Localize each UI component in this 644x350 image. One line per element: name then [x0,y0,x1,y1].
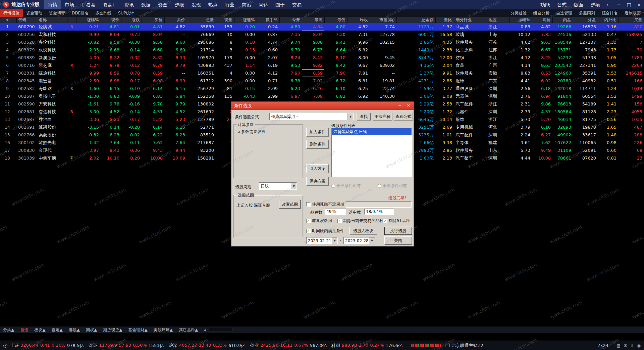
condition-list-item[interactable]: 强势黑马爆点 日线 [332,128,412,135]
date-from-combobox[interactable]: 2023-02-21 ▼ [306,237,338,244]
toolbar-right-item-4[interactable]: 综合排名 [598,9,621,17]
variable-period-field[interactable] [346,201,412,208]
column-header-22[interactable]: 振幅% [509,17,532,23]
table-row[interactable]: 9002583海能达R-1.606.15-0.106.146.152567298… [0,85,644,92]
find-button[interactable]: 查找 [357,113,371,120]
index-group-3[interactable]: 创业2425.9016.110.67%567.0亿 [250,343,327,349]
column-header-2[interactable]: 名称 [37,17,67,23]
column-header-17[interactable]: 市盈(动) [370,17,396,23]
menu-item-4[interactable]: 资讯 [121,0,138,9]
change-range-button[interactable]: 改变范围 [279,200,301,209]
menu-item-3[interactable]: 复盘〗 [99,0,121,9]
download-icon[interactable]: ⇩ [630,343,634,348]
menu-item-12[interactable]: 问达 [255,0,272,9]
bottom-tab-3[interactable]: 自定▲ [48,326,65,333]
view-formula-button[interactable]: 查看公式 [394,113,413,120]
column-header-23[interactable]: 均价 [532,17,552,23]
menu-item-14[interactable]: 交易 [288,0,305,9]
chevron-down-icon[interactable]: ▼ [347,113,353,120]
bottom-tab-0[interactable]: 分类▲ [0,326,17,333]
column-header-5[interactable]: 现价 [101,17,121,23]
message-icon[interactable]: ✉ [624,343,627,348]
menu-item-1[interactable]: 市场 [61,0,78,9]
grid-icon[interactable]: ▦ [616,343,620,348]
column-header-14[interactable]: 最高 [302,17,324,23]
menu-item-2[interactable]: 〖看盘 [78,0,99,9]
toolbar-item-2[interactable]: 资金博弈 [46,9,68,17]
column-header-9[interactable]: 总量 [187,17,216,23]
index-group-1[interactable]: 深证11759.957.930.50%1553亿 [89,343,164,349]
column-header-15[interactable]: 最低 [324,17,347,23]
column-header-7[interactable]: 买价 [142,17,164,23]
table-row[interactable]: 3603528多伦科技-3.829.58-0.389.589.602956868… [0,38,644,46]
pane-scroll-up-icon[interactable]: ↑ [638,17,642,22]
right-menu-item-0[interactable]: 功能 [537,0,553,9]
tab-prev-icon[interactable]: ◀ [201,328,209,332]
column-header-20[interactable]: 细分行业 [454,17,487,23]
toolbar-right-item-5[interactable]: 定制版面 [621,9,644,17]
bottom-tab-1[interactable]: 自选 [17,326,31,333]
column-header-24[interactable]: 内盘 [552,17,573,23]
chevron-down-icon[interactable]: ▼ [369,237,375,244]
chevron-down-icon[interactable]: ▼ [291,183,297,189]
bottom-tab-4[interactable]: 港股▲ [66,326,83,333]
market-minibar[interactable] [411,344,441,347]
right-menu-item-2[interactable]: 版面 [570,0,587,9]
tab-scrollbar[interactable] [209,328,232,332]
column-header-11[interactable]: 涨速% [234,17,257,23]
column-header-21[interactable]: 地区 [487,17,509,23]
toolbar-item-3[interactable]: DDE排名 [68,9,92,17]
toolbar-item-1[interactable]: 资金驱动 [23,9,46,17]
toolbar-right-item-0[interactable]: 分类过滤 [507,9,530,17]
import-plan-button[interactable]: 引入方案 [306,164,329,173]
condition-listbox[interactable]: 强势黑马爆点 日线 [331,128,412,177]
table-row[interactable]: 5603889新澳股份4.008.320.328.328.33105970179… [0,54,644,61]
column-header-19[interactable]: 量比 [435,17,454,23]
table-row[interactable]: 4603879永悦科技-2.056.68-0.146.686.692171430… [0,46,644,54]
column-header-13[interactable]: 今开 [279,17,302,23]
radio-all-and[interactable]: 全部条件相与 [331,183,361,189]
table-row[interactable]: 2603256宏和科技9.998.040.738.04--76669100.00… [0,31,644,38]
column-header-3[interactable] [67,17,76,23]
column-header-1[interactable]: 代码 [16,17,37,23]
menu-item-6[interactable]: 资金 [154,0,171,9]
table-row[interactable]: 8002345潮宏基2.506.980.176.986.99617123900.… [0,77,644,85]
column-header-18[interactable]: 总金额 [396,17,435,23]
date-to-combobox[interactable]: 2023-02-28 ▼ [343,237,375,244]
toolbar-item-0[interactable]: 行情报价 [0,9,23,17]
save-plan-button[interactable]: 保存方案 [306,177,329,185]
column-header-6[interactable]: 涨跌 [121,17,142,23]
checkbox-qfq[interactable]: ✓ 前复权数据 [306,218,332,224]
menu-item-13[interactable]: 圈子 [272,0,288,9]
execute-selection-button[interactable]: 执行选股 [384,227,412,235]
bottom-tab-9[interactable]: 其它品种▲ [176,326,201,333]
menu-item-9[interactable]: 热点 [205,0,221,9]
right-menu-item-1[interactable]: 公式 [553,0,570,9]
dialog-close-icon[interactable]: × [405,103,412,109]
usage-note-button[interactable]: 用法注释 [373,113,392,120]
index-group-2[interactable]: 沪深4057.2713.430.33%610.9亿 [169,343,246,349]
menu-item-5[interactable]: 数据 [138,0,154,9]
chevron-down-icon[interactable]: ▼ [332,237,337,244]
camera-icon[interactable]: ◉ [637,343,641,348]
dialog-titlebar[interactable]: 条件选股 ─ × [231,102,414,110]
bottom-tab-8[interactable]: 美股环球▲ [151,326,176,333]
bottom-tab-2[interactable]: 板块▲ [31,326,48,333]
select-to-block-button[interactable]: 选股入板块 [350,227,377,235]
index-group-4[interactable]: 科创988.982.700.27%176.6亿 [331,343,402,349]
toolbar-right-item-2[interactable]: 自选管理 [553,9,576,17]
column-header-0[interactable]: ▼ [0,17,16,23]
bottom-tab-6[interactable]: 期货现货▲ [100,326,125,333]
minimize-button[interactable]: ─ [614,0,624,9]
column-header-4[interactable]: 涨幅% [76,17,101,23]
menu-item-7[interactable]: 选股 [171,0,188,9]
back-icon[interactable]: ← [604,0,614,9]
radio-all-or[interactable]: 全部条件相或 [378,183,407,189]
menu-item-8[interactable]: 发现 [188,0,205,9]
column-header-10[interactable]: 现量 [216,17,234,23]
column-header-26[interactable]: 内外比 [598,17,618,23]
bottom-tab-7[interactable]: 基金理财▲ [125,326,150,333]
toolbar-item-4[interactable]: 多空阵线 [92,9,115,17]
table-row[interactable]: 1600790轻纺城R-0.214.81-0.014.814.823583915… [0,23,644,31]
table-row[interactable]: 10002587奥拓电子-1.306.83-0.096.836.84152358… [0,92,644,100]
